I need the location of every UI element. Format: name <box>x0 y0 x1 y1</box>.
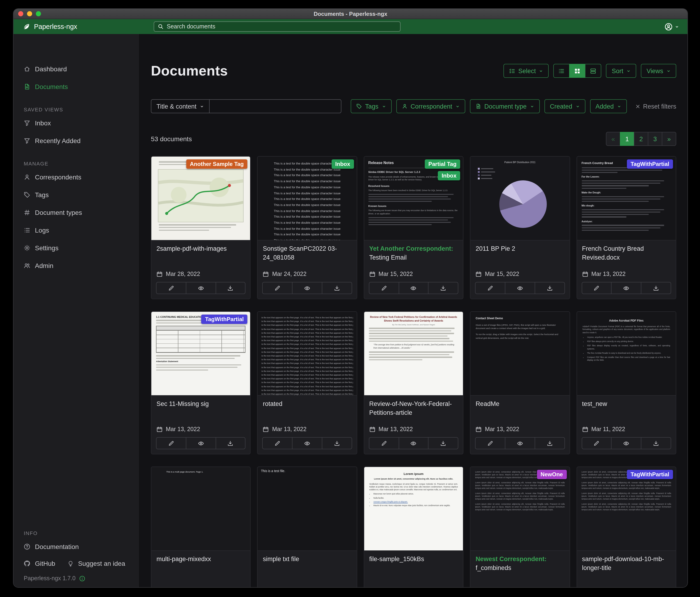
view-button[interactable] <box>186 282 216 294</box>
document-title[interactable]: test_new <box>582 400 671 409</box>
view-button[interactable] <box>505 282 535 294</box>
correspondent-filter[interactable]: Correspondent <box>396 99 465 113</box>
edit-button[interactable] <box>476 282 505 294</box>
download-button[interactable] <box>641 438 671 449</box>
document-title[interactable]: ReadMe <box>476 400 564 409</box>
sidebar-item-documents[interactable]: Documents <box>14 78 139 96</box>
document-title[interactable]: simple txt file <box>263 555 352 564</box>
tag-badge[interactable]: Inbox <box>332 159 354 169</box>
document-thumbnail[interactable]: French Country BreadFor the Leaven:Make … <box>577 157 676 240</box>
edit-button[interactable] <box>582 438 611 449</box>
download-button[interactable] <box>535 438 565 449</box>
tag-badge[interactable]: TagWithPartial <box>627 159 673 169</box>
pagination-page-2[interactable]: 2 <box>634 132 648 146</box>
document-card[interactable]: Release Notes Simba ODBC Driver for SQL … <box>364 156 464 299</box>
document-title[interactable]: 2011 BP Pie 2 <box>476 245 564 254</box>
view-grid-button[interactable] <box>569 64 586 78</box>
edit-button[interactable] <box>156 438 186 449</box>
download-button[interactable] <box>428 282 458 294</box>
pagination-prev[interactable]: « <box>606 132 620 146</box>
titlebar[interactable]: Documents - Paperless-ngx <box>14 9 688 19</box>
document-card[interactable]: Lorem ipsum Lorem ipsum dolor sit amet, … <box>364 467 464 587</box>
info-icon[interactable] <box>79 575 85 581</box>
document-thumbnail[interactable]: Patient BP Distribution 2011 <box>470 157 569 240</box>
sidebar-item-settings[interactable]: Settings <box>14 239 139 257</box>
download-button[interactable] <box>216 438 245 449</box>
view-button[interactable] <box>292 282 322 294</box>
sidebar-item-inbox[interactable]: Inbox <box>14 114 139 132</box>
document-thumbnail[interactable]: This is a multi page document. Page 1. <box>151 467 250 551</box>
sidebar-item-dashboard[interactable]: Dashboard <box>14 60 139 78</box>
select-dropdown[interactable]: Select <box>503 64 549 78</box>
document-thumbnail[interactable]: Contact Sheet DemoGiven a set of image f… <box>470 312 569 396</box>
pagination-next[interactable]: » <box>662 132 676 146</box>
document-card[interactable]: This is a test file. simple txt file <box>257 467 357 587</box>
edit-button[interactable] <box>263 438 292 449</box>
view-list-button[interactable] <box>553 64 570 78</box>
tag-badge[interactable]: TagWithPartial <box>201 315 248 324</box>
document-correspondent[interactable]: Yet Another Correspondent: <box>369 245 453 252</box>
document-card[interactable]: Lorem ipsum dolor sit amet, consectetur … <box>470 467 570 587</box>
document-title[interactable]: file-sample_150kBs <box>369 555 458 564</box>
view-button[interactable] <box>398 282 428 294</box>
view-button[interactable] <box>505 438 535 449</box>
view-button[interactable] <box>292 438 322 449</box>
document-title[interactable]: Sonstige ScanPC2022 03-24_081058 <box>263 245 352 262</box>
document-title[interactable]: Newest Correspondent: f_combineds <box>476 555 564 573</box>
edit-button[interactable] <box>156 282 186 294</box>
document-card[interactable]: Another Sample Tag 2sample-pdf-with-imag… <box>151 156 251 299</box>
document-card[interactable]: This is a multi page document. Page 1. m… <box>151 467 251 587</box>
sidebar-item-admin[interactable]: Admin <box>14 257 139 274</box>
document-card[interactable]: Contact Sheet DemoGiven a set of image f… <box>470 311 570 454</box>
document-thumbnail[interactable]: 1.1 CONTINUING MEDICAL EDUCATION Attesta… <box>151 312 250 396</box>
edit-button[interactable] <box>263 282 292 294</box>
sidebar-item-documentation[interactable]: Documentation <box>14 538 139 555</box>
document-card[interactable]: Adobe Acrobat PDF Files Adobe® Portable … <box>576 311 676 454</box>
pagination-page-1[interactable]: 1 <box>620 132 634 146</box>
view-button[interactable] <box>186 438 216 449</box>
document-thumbnail[interactable]: Release Notes Simba ODBC Driver for SQL … <box>364 157 463 240</box>
document-type-filter[interactable]: Document type <box>470 99 540 113</box>
views-dropdown[interactable]: Views <box>641 64 676 78</box>
document-thumbnail[interactable]: Lorem ipsum dolor sit amet, consectetur … <box>577 467 676 551</box>
document-title[interactable]: sample-pdf-download-10-mb-longer-title <box>582 555 671 573</box>
tag-badge[interactable]: TagWithPartial <box>627 470 673 479</box>
document-title[interactable]: rotated <box>263 400 352 409</box>
document-card[interactable]: is the text that appears on the first pa… <box>257 311 357 454</box>
tag-badge[interactable]: NewOne <box>537 470 567 479</box>
close-button[interactable] <box>18 11 23 16</box>
sort-dropdown[interactable]: Sort <box>606 64 636 78</box>
search-input[interactable] <box>167 23 396 30</box>
document-card[interactable]: Patient BP Distribution 2011 2011 BP Pie… <box>470 156 570 299</box>
view-button[interactable] <box>398 438 428 449</box>
document-card[interactable]: This is a test for the double space char… <box>257 156 357 299</box>
tag-badge[interactable]: Another Sample Tag <box>186 159 248 169</box>
download-button[interactable] <box>322 282 352 294</box>
tag-badge[interactable]: Partial Tag <box>425 159 460 169</box>
title-content-dropdown[interactable]: Title & content <box>151 99 209 113</box>
sidebar-item-tags[interactable]: Tags <box>14 186 139 204</box>
download-button[interactable] <box>322 438 352 449</box>
document-thumbnail[interactable]: Adobe Acrobat PDF Files Adobe® Portable … <box>577 312 676 396</box>
sidebar-item-correspondents[interactable]: Correspondents <box>14 168 139 186</box>
edit-button[interactable] <box>476 438 505 449</box>
view-button[interactable] <box>611 282 641 294</box>
document-thumbnail[interactable]: This is a test file. <box>258 467 357 551</box>
brand[interactable]: Paperless-ngx <box>14 23 140 30</box>
suggest-idea-link[interactable]: Suggest an idea <box>67 555 125 571</box>
document-title[interactable]: Yet Another Correspondent: Testing Email <box>369 245 458 262</box>
github-link[interactable]: GitHub <box>14 555 55 571</box>
edit-button[interactable] <box>369 438 399 449</box>
download-button[interactable] <box>535 282 565 294</box>
document-card[interactable]: 1.1 CONTINUING MEDICAL EDUCATION Attesta… <box>151 311 251 454</box>
document-title[interactable]: 2sample-pdf-with-images <box>156 245 245 254</box>
edit-button[interactable] <box>582 282 611 294</box>
document-thumbnail[interactable]: Review of New York Federal Petitions for… <box>364 312 463 396</box>
document-title[interactable]: multi-page-mixedxx <box>156 555 245 564</box>
tags-filter[interactable]: Tags <box>351 99 392 113</box>
document-card[interactable]: Review of New York Federal Petitions for… <box>364 311 464 454</box>
sidebar-item-recently-added[interactable]: Recently Added <box>14 132 139 150</box>
document-thumbnail[interactable]: is the text that appears on the first pa… <box>258 312 357 396</box>
document-card[interactable]: Lorem ipsum dolor sit amet, consectetur … <box>576 467 676 587</box>
pagination-page-3[interactable]: 3 <box>648 132 662 146</box>
